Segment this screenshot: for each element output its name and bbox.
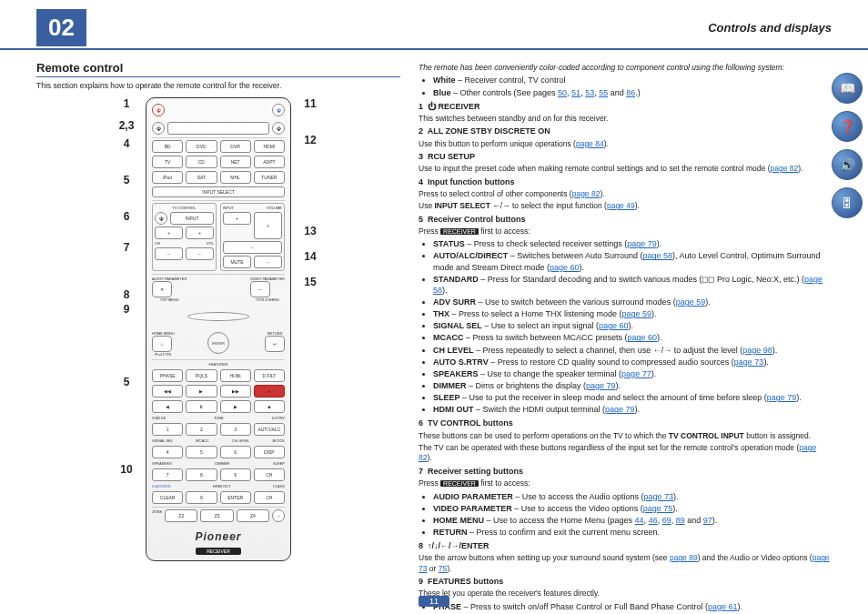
item-7-head: 7 Receiver setting buttons (419, 466, 832, 477)
video-param-button: ⋯ (250, 281, 270, 297)
item-2-head: 2 ALL ZONE STBY DISCRETE ON (419, 126, 832, 136)
item-5-bullets: STATUS – Press to check selected receive… (433, 238, 832, 415)
input-select: INPUT SELECT (152, 186, 285, 197)
brand-logo: Pioneer (152, 530, 285, 543)
page-number: 11 (419, 596, 449, 607)
item-3-head: 3 RCU SETUP (419, 151, 832, 162)
callouts-right: 11 12 13 14 15 (297, 97, 324, 561)
book-icon[interactable]: 📖 (832, 73, 863, 104)
item-6-head: 6 TV CONTROL buttons (419, 418, 832, 428)
power-button: ⏻ (152, 122, 165, 135)
item-5-head: 5 Receiver Control buttons (419, 214, 832, 225)
receiver-badge: RECEIVER (196, 548, 241, 555)
receiver-power-button: ⏻ (152, 104, 165, 116)
left-column: Remote control This section explains how… (36, 61, 400, 614)
direction-pad: ENTER (182, 307, 255, 327)
rcu-setup-button (167, 122, 269, 135)
chapter-number: 02 (36, 9, 86, 46)
remote-illustration: ⏻ ⏻ ⏻ ⏻ BD DVD DVR HDMI TV (146, 97, 291, 561)
item-1-head: 1 ⏻ RECEIVER (419, 101, 832, 112)
item-4-head: 4 Input function buttons (419, 176, 832, 187)
white-line: White – Receiver control, TV control (433, 75, 832, 86)
item-8-head: 8 ↑/↓/←/→/ENTER (419, 540, 832, 551)
sound-icon[interactable]: 🔊 (832, 149, 863, 180)
page-header: 02 Controls and displays (0, 0, 868, 50)
side-nav-icons: 📖 ❓ 🔊 🎛 (832, 73, 863, 218)
light-button: ☼ (272, 509, 285, 522)
settings-icon[interactable]: 🎛 (832, 187, 863, 218)
tv-control-group: TV CONTROL ⏻INPUT ++ CHVOL −− (152, 203, 217, 271)
source-button: ⏻ (272, 104, 285, 116)
volume-group: INPUTVOLUME ++ − MUTE− (220, 203, 285, 271)
item-7-bullets: AUDIO PARAMETER – Use to access the Audi… (433, 491, 832, 539)
section-intro: This section explains how to operate the… (36, 81, 400, 90)
home-menu-button: ⌂ (152, 336, 172, 352)
header-title: Controls and displays (708, 21, 832, 35)
item-9-bullets: PHASE – Press to switch on/off Phase Con… (433, 601, 832, 614)
section-title: Remote control (36, 61, 400, 77)
blue-line: Blue – Other controls (See pages 50, 51,… (433, 87, 832, 98)
return-button: ↩ (265, 336, 285, 352)
mute-button: MUTE (223, 256, 251, 268)
help-icon[interactable]: ❓ (832, 111, 863, 142)
callouts-left: 1 2,3 4 5 6 7 8 9 5 10 (113, 97, 140, 561)
item-9-head: 9 FEATURES buttons (419, 576, 832, 587)
source-power-button: ⏻ (272, 122, 285, 135)
color-intro: The remote has been conveniently color-c… (419, 63, 832, 73)
page-link[interactable]: 50 (558, 88, 567, 97)
audio-param-button: ✕ (152, 281, 172, 297)
right-column: The remote has been conveniently color-c… (419, 61, 832, 614)
